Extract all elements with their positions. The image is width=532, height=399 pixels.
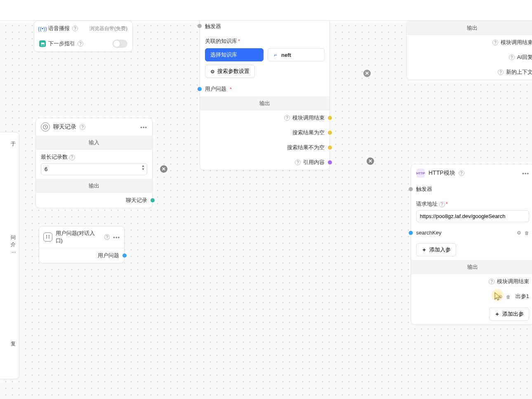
gear-icon	[210, 68, 215, 75]
output-header: 输出	[407, 21, 532, 35]
node-more-button[interactable]: •••	[140, 124, 147, 130]
kb-out-module-done: 模块调用结束	[292, 114, 325, 122]
help-icon[interactable]: ?	[78, 41, 83, 47]
voice-value: 浏览器自带(免费)	[89, 25, 127, 32]
kb-out-citation: 引用内容	[303, 159, 325, 166]
help-icon[interactable]: ?	[284, 115, 290, 121]
edge-delete-icon[interactable]: ✕	[160, 165, 167, 173]
broadcast-icon: ((•))	[39, 25, 46, 32]
node-more-button[interactable]: •••	[113, 234, 120, 240]
chat-output-label: 聊天记录	[126, 197, 147, 204]
fragment-text: 复	[0, 340, 16, 347]
chat-history-node[interactable]: 聊天记录 ? ••• 输入 最长记录数 ? ▲▼ 输出 聊天记录	[35, 118, 153, 208]
kb-trigger-label: 触发器	[205, 23, 221, 30]
help-icon[interactable]: ?	[509, 54, 515, 60]
out-module-done: 模块调用结束	[501, 39, 532, 46]
port-out-empty[interactable]	[328, 131, 332, 135]
next-step-label: 下一步指引	[48, 40, 75, 47]
kb-out-empty: 搜索结果为空	[292, 129, 325, 136]
top-bar	[0, 0, 532, 21]
stepper-arrows[interactable]: ▲▼	[141, 164, 145, 171]
fragment-text: 于	[0, 141, 16, 148]
port-in-http-trigger[interactable]	[409, 187, 413, 191]
voice-config-node[interactable]: ((•)) 语音播报 ? 浏览器自带(免费) ⬒ 下一步指引 ?	[34, 21, 133, 52]
search-params-button[interactable]: 搜索参数设置	[205, 65, 255, 78]
help-icon[interactable]: ?	[498, 69, 504, 75]
http-out-param: 出参1	[516, 293, 529, 300]
edge-delete-icon[interactable]: ✕	[363, 70, 371, 77]
fragment-text: 问	[0, 234, 16, 241]
kb-chip[interactable]: ⌐ neft	[268, 48, 325, 61]
add-input-button[interactable]: 添加入参	[416, 243, 456, 256]
help-icon[interactable]: ?	[439, 202, 445, 207]
help-icon[interactable]: ?	[295, 160, 301, 165]
knowledge-base-node[interactable]: 触发器 关联的知识库* 选择知识库 ⌐ neft 搜索参数设置 用户问题* 输出…	[200, 17, 330, 170]
cursor-indicator	[494, 292, 502, 300]
kb-user-question-label: 用户问题	[205, 85, 226, 93]
http-module-node[interactable]: HTTP HTTP模块 ? ••• 触发器 请求地址 ?* searchKey …	[411, 164, 532, 325]
chat-history-title: 聊天记录	[53, 123, 76, 131]
user-question-node[interactable]: 用户问题(对话入口) ? ••• 用户问题	[39, 226, 125, 263]
http-icon: HTTP	[416, 169, 425, 178]
help-icon[interactable]: ?	[80, 124, 85, 130]
edge-delete-icon[interactable]: ✕	[367, 157, 374, 165]
gear-icon[interactable]	[517, 230, 521, 236]
next-step-toggle[interactable]	[113, 40, 127, 48]
voice-label: 语音播报	[48, 25, 70, 32]
http-output-header: 输出	[411, 260, 532, 274]
help-icon[interactable]: ?	[492, 40, 498, 45]
node-more-button[interactable]: •••	[522, 170, 529, 176]
port-out-citation[interactable]	[328, 160, 332, 164]
user-question-output: 用户问题	[98, 252, 119, 259]
guide-icon: ⬒	[39, 40, 46, 47]
text-input-icon	[43, 232, 52, 242]
chat-output-header: 输出	[36, 179, 152, 193]
out-new-context: 新的上下文	[506, 68, 532, 76]
max-records-input[interactable]	[41, 163, 147, 175]
linked-kb-label: 关联的知识库	[205, 38, 237, 44]
port-out-user-question[interactable]	[122, 253, 127, 258]
add-output-button[interactable]: 添加出参	[489, 307, 529, 321]
http-url-input[interactable]	[416, 210, 529, 222]
help-icon[interactable]: ?	[104, 234, 110, 240]
out-ai-reply: AI回复	[517, 54, 532, 61]
kb-output-header: 输出	[200, 96, 330, 110]
help-icon[interactable]: ?	[72, 26, 78, 31]
chat-input-header: 输入	[36, 136, 152, 150]
plus-icon	[421, 246, 427, 253]
port-out-chat-history[interactable]	[151, 198, 155, 202]
http-module-done: 模块调用结束	[497, 278, 529, 285]
fragment-text: 介	[0, 241, 16, 248]
trash-icon[interactable]	[506, 293, 511, 300]
port-in-searchkey[interactable]	[409, 231, 413, 235]
select-kb-button[interactable]: 选择知识库	[205, 48, 264, 61]
user-question-title: 用户问题(对话入口)	[56, 230, 101, 244]
help-icon[interactable]: ?	[459, 170, 464, 176]
kb-chip-icon: ⌐	[272, 52, 279, 58]
port-out-not-empty[interactable]	[328, 146, 332, 150]
trash-icon[interactable]	[525, 230, 529, 236]
help-icon[interactable]: ?	[69, 155, 75, 160]
port-in-user-question[interactable]	[198, 87, 202, 91]
clock-icon	[41, 122, 50, 131]
help-icon[interactable]: ?	[489, 279, 494, 284]
http-trigger-label: 触发器	[416, 185, 432, 193]
port-out-module-done[interactable]	[328, 116, 332, 120]
partial-left-node: 于 问 介 ... 复	[0, 132, 19, 379]
port-in-trigger[interactable]	[198, 24, 202, 28]
max-records-label: 最长记录数	[41, 154, 68, 160]
http-url-label: 请求地址	[416, 201, 438, 207]
fragment-text: ...	[0, 248, 16, 254]
http-param-name: searchKey	[416, 230, 441, 236]
kb-out-not-empty: 搜索结果不为空	[287, 144, 325, 151]
plus-icon	[494, 310, 500, 318]
http-title: HTTP模块	[428, 169, 455, 177]
output-node[interactable]: 输出 ? 模块调用结束 ? AI回复 ? 新的上下文	[406, 21, 532, 80]
